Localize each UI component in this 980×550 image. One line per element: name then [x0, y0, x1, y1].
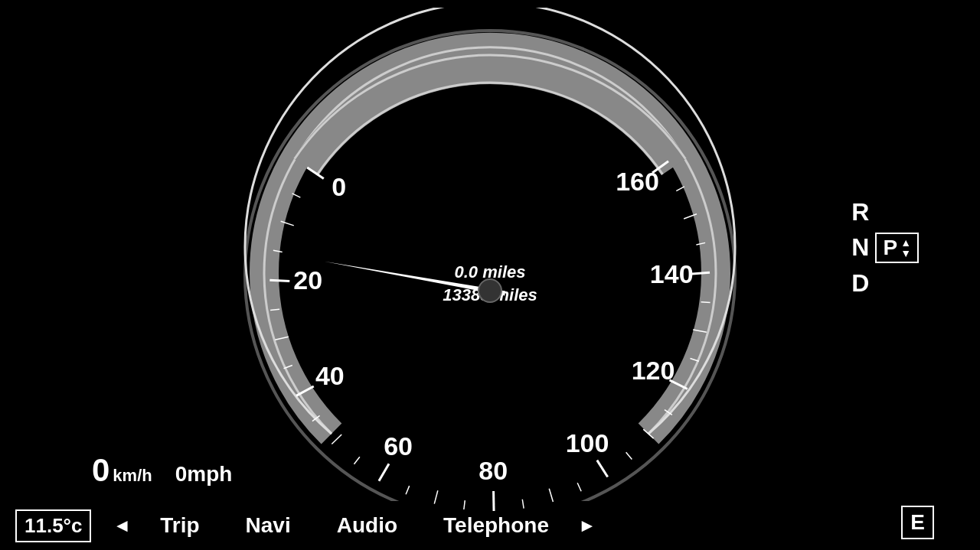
nav-left-arrow[interactable]: ◄	[113, 515, 131, 536]
speed-mph-value: 0mph	[175, 462, 233, 487]
nav-item-trip[interactable]: Trip	[160, 513, 199, 538]
speed-kmh-unit: km/h	[113, 466, 152, 486]
speed-readings: 0 km/h 0mph	[92, 452, 232, 489]
gear-arrows: ▲ ▼	[900, 237, 911, 259]
bottom-bar: 11.5°c ◄ Trip Navi Audio Telephone ►	[0, 501, 980, 550]
speed-kmh-value: 0	[92, 452, 109, 489]
gear-arrow-down: ▼	[900, 248, 911, 259]
trip-distance: 0.0 miles	[443, 262, 537, 282]
gear-d: D	[851, 269, 869, 298]
nav-item-telephone[interactable]: Telephone	[443, 513, 549, 538]
nav-right-arrow[interactable]: ►	[578, 515, 596, 536]
gear-park-box: P ▲ ▼	[875, 233, 919, 263]
nav-item-navi[interactable]: Navi	[246, 513, 291, 538]
center-info: 0.0 miles 13388 miles	[443, 262, 537, 305]
gear-arrow-up: ▲	[900, 237, 911, 248]
gear-n-row: N P ▲ ▼	[851, 233, 919, 263]
e-indicator: E	[901, 506, 934, 539]
temperature-display: 11.5°c	[15, 509, 91, 542]
dashboard: 0.0 miles 13388 miles 0 km/h 0mph R N P …	[0, 0, 980, 550]
total-distance: 13388 miles	[443, 285, 537, 305]
gear-indicator: R N P ▲ ▼ D	[851, 198, 919, 298]
gear-park-label: P	[883, 236, 897, 260]
gear-n-label: N	[851, 233, 869, 262]
gear-r: R	[851, 198, 869, 226]
nav-item-audio[interactable]: Audio	[337, 513, 397, 538]
